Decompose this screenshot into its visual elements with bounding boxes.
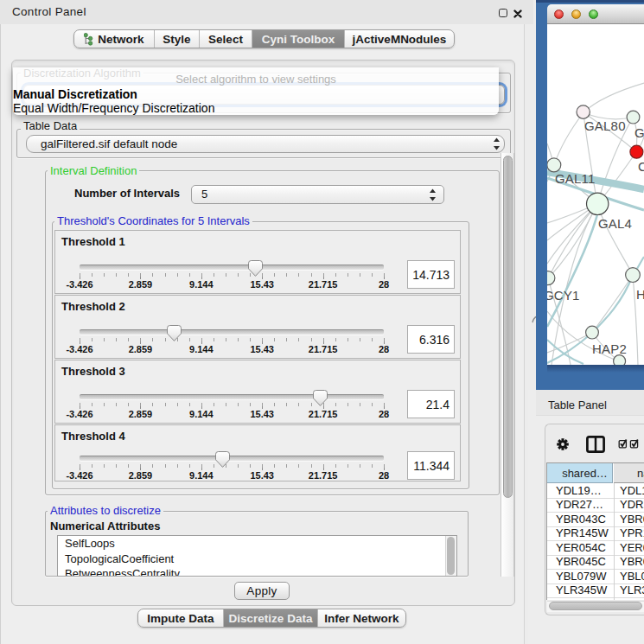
- svg-text:GA: GA: [634, 125, 644, 140]
- svg-text:GAL4: GAL4: [598, 216, 632, 231]
- svg-text:C: C: [638, 159, 644, 174]
- svg-text:GAL11: GAL11: [555, 171, 596, 186]
- svg-text:GAL80: GAL80: [584, 118, 626, 133]
- svg-text:HAP2: HAP2: [592, 341, 627, 356]
- svg-text:GCY1: GCY1: [547, 288, 580, 303]
- svg-text:H: H: [636, 287, 644, 302]
